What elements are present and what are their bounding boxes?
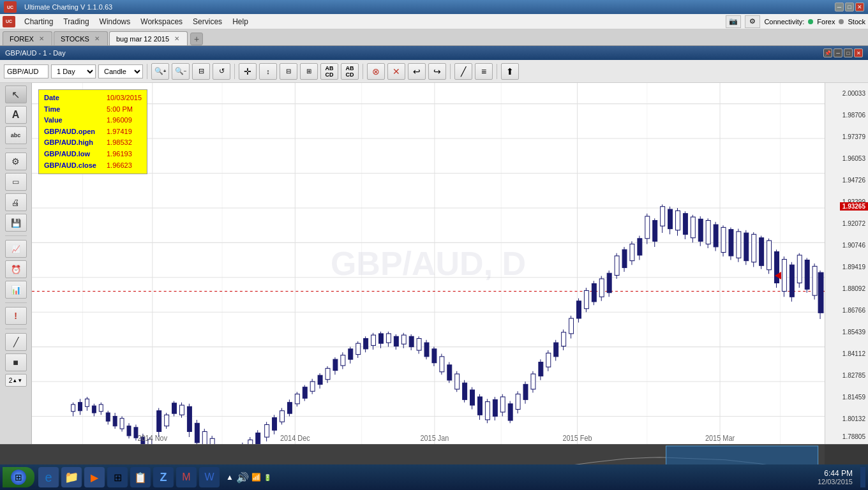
taskbar-app5[interactable]: W — [199, 467, 220, 487]
taskbar-ie[interactable]: e — [38, 467, 59, 487]
tab-forex-close[interactable]: ✕ — [38, 34, 45, 43]
add-tab-button[interactable]: + — [190, 33, 203, 45]
arrow-tool-button[interactable]: ↕ — [259, 63, 277, 80]
abcd2-button[interactable]: ABCD — [341, 63, 359, 80]
svg-rect-191 — [706, 221, 710, 244]
abcd1-button[interactable]: ABCD — [320, 63, 338, 80]
undo-button[interactable]: ↩ — [408, 63, 426, 80]
menu-charting[interactable]: Charting — [19, 16, 58, 27]
excel-tool[interactable]: 📊 — [5, 281, 27, 299]
zoom-reset-button[interactable]: ↺ — [213, 63, 230, 80]
taskbar-app3[interactable]: Z — [153, 467, 174, 487]
svg-rect-133 — [485, 402, 490, 420]
menu-windows[interactable]: Windows — [94, 16, 136, 27]
svg-rect-121 — [440, 357, 444, 372]
candle-group-nov2014 — [71, 397, 131, 438]
text-tool[interactable]: A — [5, 106, 27, 124]
price-level-18: 1.78805 — [842, 433, 865, 440]
taskbar-date: 12/03/2015 — [818, 478, 853, 486]
print-tool[interactable]: 🖨 — [5, 193, 27, 211]
svg-rect-189 — [698, 219, 703, 241]
taskbar: ⊞ e 📁 ▶ ⊞ 📋 Z M W ▲ 🔊 📶 🔋 6:44 PM 12/03/… — [0, 464, 868, 490]
tab-bug-close[interactable]: ✕ — [173, 34, 181, 43]
taskbar-app1[interactable]: ⊞ — [107, 467, 128, 487]
svg-rect-171 — [630, 244, 634, 261]
svg-rect-167 — [615, 256, 619, 275]
taskbar-app2[interactable]: 📋 — [130, 467, 151, 487]
svg-rect-87 — [310, 382, 315, 391]
cursor-tool[interactable]: ↖ — [5, 85, 27, 103]
tab-stocks[interactable]: STOCKS ✕ — [54, 31, 108, 45]
alert-tool[interactable]: ! — [5, 307, 27, 325]
chart-type-select[interactable]: Candle — [98, 64, 143, 78]
tab-bug[interactable]: bug mar 12 2015 ✕ — [109, 31, 188, 45]
crosshair-button[interactable]: ✛ — [239, 63, 257, 80]
timeframe-select[interactable]: 1 Day — [51, 64, 96, 78]
abc-tool[interactable]: abc — [5, 126, 27, 144]
svg-rect-131 — [478, 397, 483, 415]
zoom-fit-button[interactable]: ⊟ — [192, 63, 210, 80]
svg-rect-195 — [721, 227, 726, 252]
menu-services[interactable]: Services — [188, 16, 227, 27]
value-value: 1.96009 — [107, 115, 132, 126]
svg-rect-37 — [120, 419, 124, 429]
line-thickness[interactable]: 2 ▲▼ — [5, 374, 27, 387]
arrow-up-button[interactable]: ⬆ — [501, 63, 519, 80]
tab-stocks-close[interactable]: ✕ — [93, 34, 101, 43]
save-tool[interactable]: 💾 — [5, 214, 27, 232]
taskbar-app4[interactable]: M — [176, 467, 197, 487]
magnet-button[interactable]: ⊗ — [367, 63, 385, 80]
chart-toolbar: 1 Day Candle 🔍+ 🔍− ⊟ ↺ ✛ ↕ ⊟ ⊞ ABCD ABCD… — [0, 60, 868, 83]
chart-max-button[interactable]: □ — [844, 48, 853, 57]
delete-button[interactable]: ✕ — [387, 63, 405, 80]
zoom-out-button[interactable]: 🔍− — [172, 63, 190, 80]
color-picker[interactable]: ■ — [5, 353, 27, 371]
tab-forex[interactable]: FOREX ✕ — [3, 31, 52, 45]
svg-rect-187 — [691, 217, 695, 238]
show-desktop-button[interactable] — [860, 467, 865, 487]
svg-rect-181 — [668, 209, 673, 228]
settings-tool[interactable]: ⚙ — [5, 152, 27, 170]
time-label-nov: 2014 Nov — [137, 434, 167, 442]
time-value: 5:00 PM — [107, 104, 133, 115]
indicator-tool[interactable]: 📈 — [5, 240, 27, 258]
alarm-tool[interactable]: ⏰ — [5, 260, 27, 278]
redo-button[interactable]: ↪ — [428, 63, 446, 80]
candle-tool-button[interactable]: ⊞ — [300, 63, 318, 80]
chart-pin-button[interactable]: 📌 — [823, 48, 832, 57]
lines-menu-button[interactable]: ≡ — [475, 63, 493, 80]
bar-tool-button[interactable]: ⊟ — [280, 63, 297, 80]
svg-rect-91 — [326, 368, 330, 379]
svg-rect-155 — [569, 318, 574, 334]
menu-help[interactable]: Help — [227, 16, 253, 27]
line-tool[interactable]: ╱ — [5, 333, 27, 351]
zoom-in-button[interactable]: 🔍+ — [151, 63, 169, 80]
app-title: Ultimate Charting V 1.1.0.63 — [24, 3, 112, 11]
minimize-button[interactable]: ─ — [835, 3, 844, 11]
rectangle-tool[interactable]: ▭ — [5, 173, 27, 191]
symbol-input[interactable] — [4, 64, 49, 78]
start-button[interactable]: ⊞ — [3, 467, 34, 487]
price-level-12: 1.86766 — [842, 307, 865, 314]
taskbar-media[interactable]: ▶ — [84, 467, 105, 487]
chart-close-button[interactable]: ✕ — [854, 48, 863, 57]
close-button[interactable]: ✕ — [855, 3, 864, 11]
menu-workspaces[interactable]: Workspaces — [135, 16, 188, 27]
svg-rect-157 — [577, 301, 581, 318]
menu-trading[interactable]: Trading — [58, 16, 94, 27]
tab-forex-label: FOREX — [10, 35, 34, 43]
settings-icon[interactable]: ⚙ — [745, 15, 760, 28]
svg-rect-203 — [752, 234, 756, 262]
svg-rect-49 — [165, 415, 169, 426]
chart-canvas[interactable]: Date 10/03/2015 Time 5:00 PM Value 1.960… — [32, 83, 825, 444]
line-draw-button[interactable]: ╱ — [454, 63, 472, 80]
open-value: 1.97419 — [107, 126, 132, 138]
svg-rect-117 — [424, 343, 429, 357]
chart-min-button[interactable]: ─ — [834, 48, 842, 57]
svg-rect-173 — [638, 239, 642, 255]
camera-icon[interactable]: 📷 — [726, 15, 741, 28]
maximize-button[interactable]: □ — [845, 3, 854, 11]
svg-rect-39 — [127, 426, 131, 436]
taskbar-folder[interactable]: 📁 — [61, 467, 82, 487]
date-label: Date — [44, 93, 101, 104]
